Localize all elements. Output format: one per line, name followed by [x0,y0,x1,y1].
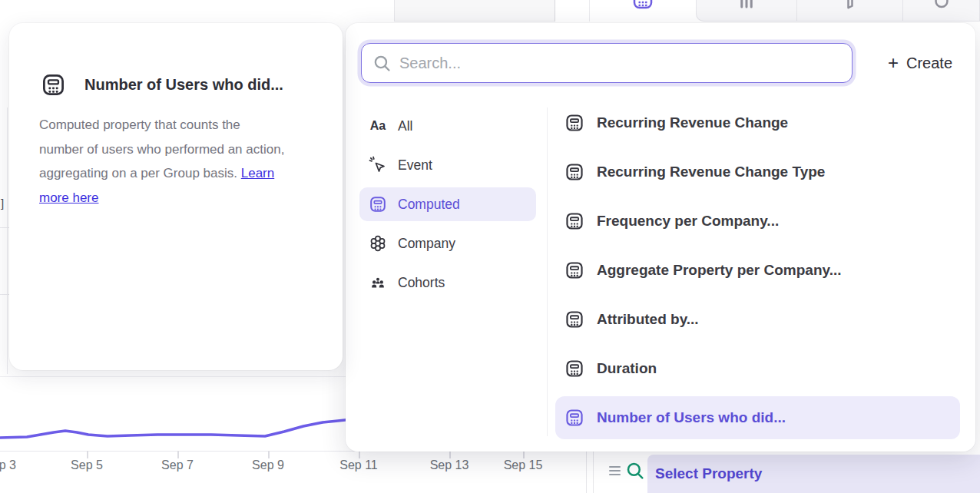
calculator-icon [564,309,584,329]
calculator-icon [631,0,654,11]
description-line: number of users who performed an action, [39,137,331,162]
category-label: Computed [398,197,460,213]
list-item[interactable]: Attributed by... [555,298,960,341]
chart-type-tab-group [696,0,980,22]
chart-top-border [0,376,346,377]
tab-circle[interactable] [902,0,979,22]
list-item[interactable]: Duration [555,347,960,390]
property-picker-panel: + Create Aa All Event Computed [346,23,975,452]
select-property-field[interactable]: Select Property [647,455,980,493]
category-label: Event [398,157,432,174]
x-axis-label: Sep 3 [0,458,16,472]
list-item[interactable]: Frequency per Company... [555,200,960,243]
category-label: All [398,118,412,134]
plus-icon: + [888,54,899,72]
list-item-label: Number of Users who did... [597,409,786,426]
calculator-icon [564,162,584,182]
list-item[interactable]: Recurring Revenue Change [555,101,960,144]
calculator-icon [41,72,66,98]
learn-more-link[interactable]: Learn [241,166,274,180]
background-divider [7,108,8,374]
magnifier-icon[interactable] [625,461,645,481]
cohorts-people-icon [369,273,387,292]
calculator-icon [564,113,584,133]
calculator-icon [564,211,584,231]
property-list: Recurring Revenue Change Recurring Reven… [555,101,960,445]
background-divider [0,294,9,295]
description-line: aggregating on a per Group basis. Learn [39,161,331,186]
line-chart-fragment [0,407,361,453]
list-item-label: Recurring Revenue Change Type [597,164,825,180]
list-item[interactable]: Aggregate Property per Company... [555,249,960,292]
learn-more-link[interactable]: more here [39,190,98,205]
category-list: Aa All Event Computed Company [359,109,536,305]
funnel-icon [839,0,862,11]
category-label: Cohorts [398,275,445,291]
list-item-label: Duration [597,360,657,377]
clipped-text-fragment: ] [1,197,4,210]
category-computed[interactable]: Computed [359,187,536,221]
tab-chart-type-active[interactable] [589,0,696,22]
list-item-label: Attributed by... [597,311,699,328]
magnifier-icon [372,54,392,73]
list-item[interactable]: Recurring Revenue Change Type [555,151,960,194]
select-property-label: Select Property [647,465,762,482]
background-divider [0,227,9,228]
calculator-icon [564,408,584,428]
panel-divider [547,108,548,436]
calculator-icon [369,195,387,213]
left-card-inactive-tabs[interactable] [394,0,555,22]
calculator-icon [564,359,584,379]
card-divider [555,0,555,22]
aa-icon: Aa [369,119,387,133]
chart-right-border [586,451,587,493]
circle-icon [930,0,953,11]
x-axis-tick [449,451,451,458]
property-info-tooltip: Number of Users who did... Computed prop… [9,23,343,370]
create-button-label: Create [906,55,952,72]
tab-bar-chart[interactable] [697,0,796,22]
x-axis-label: Sep 7 [161,458,194,472]
chart-line [0,419,352,438]
description-line: more here [39,186,331,210]
company-cluster-icon [369,234,387,253]
tooltip-title: Number of Users who did... [84,76,283,94]
search-box [361,43,853,83]
x-axis-label: Sep 5 [71,458,103,472]
search-input[interactable] [399,55,852,72]
x-axis-label: Sep 9 [252,458,284,472]
hamburger-icon[interactable] [609,466,621,475]
tab-funnel[interactable] [796,0,902,22]
calculator-icon [564,260,584,280]
category-all[interactable]: Aa All [359,109,536,143]
sparkle-cursor-icon [369,156,387,174]
list-item-label: Recurring Revenue Change [597,114,788,131]
category-event[interactable]: Event [359,148,536,182]
create-button[interactable]: + Create [888,54,952,72]
x-axis-tick [523,451,525,458]
category-company[interactable]: Company [359,227,536,260]
category-cohorts[interactable]: Cohorts [359,266,536,299]
x-axis-label: Sep 13 [430,458,469,472]
list-item-label: Aggregate Property per Company... [597,262,842,279]
x-axis-label: Sep 15 [504,458,543,472]
bar-chart-icon [735,0,758,11]
category-label: Company [398,236,455,252]
x-axis-label: Sep 11 [339,458,378,472]
property-select-row: Select Property [594,452,980,493]
tooltip-header: Number of Users who did... [41,72,283,98]
list-item-selected[interactable]: Number of Users who did... [555,396,960,439]
description-line: Computed property that counts the [39,113,331,137]
tooltip-description: Computed property that counts the number… [39,113,331,210]
list-item-label: Frequency per Company... [597,213,779,230]
